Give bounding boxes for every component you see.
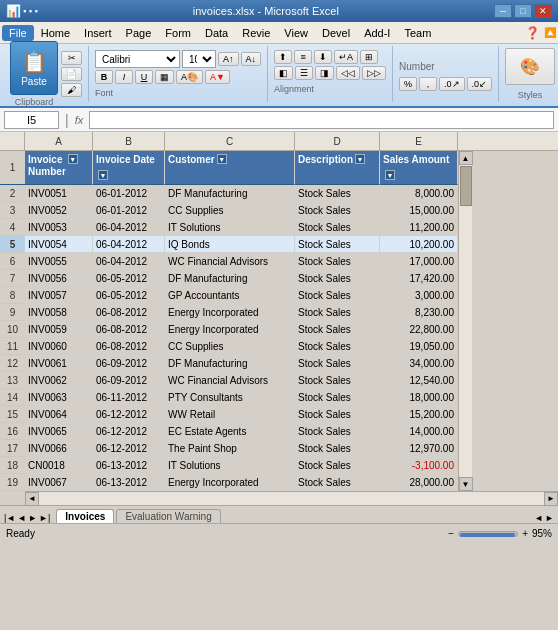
remove-decimal-button[interactable]: .0↙ [467,77,493,91]
cell[interactable]: IT Solutions [165,457,295,474]
cell[interactable]: WC Financial Advisors [165,253,295,270]
grid-row[interactable]: INV005606-05-2012DF ManufacturingStock S… [25,270,458,287]
tab-scroll-right[interactable]: ► [545,513,554,523]
grid-row[interactable]: INV005806-08-2012Energy IncorporatedStoc… [25,304,458,321]
cell[interactable]: Stock Sales [295,440,380,457]
cell[interactable]: INV0057 [25,287,93,304]
menu-view[interactable]: View [277,25,315,41]
grid-row[interactable]: INV005706-05-2012GP AccountantsStock Sal… [25,287,458,304]
menu-addins[interactable]: Add-I [357,25,397,41]
grid-row[interactable]: INV006606-12-2012The Paint ShopStock Sal… [25,440,458,457]
cell[interactable]: 06-12-2012 [93,406,165,423]
cell[interactable]: Stock Sales [295,304,380,321]
vertical-scrollbar[interactable]: ▲ ▼ [458,151,472,491]
cell[interactable]: INV0061 [25,355,93,372]
cell[interactable]: CC Supplies [165,202,295,219]
increase-indent-button[interactable]: ▷▷ [362,66,386,80]
increase-font-button[interactable]: A↑ [218,52,239,66]
cell[interactable]: 06-01-2012 [93,185,165,202]
menu-form[interactable]: Form [158,25,198,41]
cell[interactable]: WC Financial Advisors [165,372,295,389]
cell[interactable]: 19,050.00 [380,338,458,355]
cell[interactable]: 06-04-2012 [93,236,165,253]
merge-button[interactable]: ⊞ [360,50,378,64]
cell[interactable]: 10,200.00 [380,236,458,253]
tab-scroll-left[interactable]: ◄ [534,513,543,523]
cell[interactable]: CN0018 [25,457,93,474]
tab-evaluation-warning[interactable]: Evaluation Warning [116,509,220,523]
cell[interactable]: The Paint Shop [165,440,295,457]
filter-icon-d[interactable]: ▼ [355,154,365,164]
cell[interactable]: 06-05-2012 [93,270,165,287]
cell[interactable]: Stock Sales [295,338,380,355]
font-select[interactable]: Calibri [95,50,180,68]
cell[interactable]: INV0058 [25,304,93,321]
cell[interactable]: INV0064 [25,406,93,423]
cell[interactable]: 3,000.00 [380,287,458,304]
menu-insert[interactable]: Insert [77,25,119,41]
cell[interactable]: WW Retail [165,406,295,423]
bold-button[interactable]: B [95,70,113,84]
grid-row[interactable]: CN001806-13-2012IT SolutionsStock Sales-… [25,457,458,474]
cell[interactable]: 14,000.00 [380,423,458,440]
cell[interactable]: INV0059 [25,321,93,338]
cell[interactable]: 8,230.00 [380,304,458,321]
header-cell-b[interactable]: Invoice Date▼ [93,151,165,185]
grid-row[interactable]: INV006406-12-2012WW RetailStock Sales15,… [25,406,458,423]
styles-button[interactable]: 🎨 [505,48,555,85]
cell[interactable]: 28,000.00 [380,474,458,491]
grid-row[interactable]: INV006306-11-2012PTY ConsultantsStock Sa… [25,389,458,406]
col-header-a[interactable]: A [25,132,93,150]
align-center-button[interactable]: ☰ [295,66,313,80]
cell[interactable]: 17,000.00 [380,253,458,270]
cell[interactable]: Stock Sales [295,457,380,474]
cell[interactable]: INV0052 [25,202,93,219]
col-header-c[interactable]: C [165,132,295,150]
cell[interactable]: 15,000.00 [380,202,458,219]
align-middle-button[interactable]: ≡ [294,50,312,64]
tab-invoices[interactable]: Invoices [56,509,114,523]
cell[interactable]: INV0056 [25,270,93,287]
cell[interactable]: IQ Bonds [165,236,295,253]
cell[interactable]: 17,420.00 [380,270,458,287]
cell[interactable]: Stock Sales [295,474,380,491]
cell[interactable]: INV0065 [25,423,93,440]
cell[interactable]: 06-12-2012 [93,440,165,457]
header-cell-d[interactable]: Description▼ [295,151,380,185]
cell[interactable]: 34,000.00 [380,355,458,372]
menu-review[interactable]: Revie [235,25,277,41]
cell[interactable]: 22,800.00 [380,321,458,338]
minimize-button[interactable]: ─ [494,4,512,18]
cell[interactable]: DF Manufacturing [165,185,295,202]
cut-button[interactable]: ✂ [61,51,82,65]
grid-row[interactable]: INV005506-04-2012WC Financial AdvisorsSt… [25,253,458,270]
border-button[interactable]: ▦ [155,70,174,84]
cell[interactable]: Stock Sales [295,321,380,338]
cell[interactable]: 06-04-2012 [93,253,165,270]
add-decimal-button[interactable]: .0↗ [439,77,465,91]
decrease-indent-button[interactable]: ◁◁ [336,66,360,80]
cell[interactable]: PTY Consultants [165,389,295,406]
tab-nav-next[interactable]: ► [28,513,37,523]
cell[interactable]: INV0060 [25,338,93,355]
cell[interactable]: 12,540.00 [380,372,458,389]
zoom-in-icon[interactable]: + [522,528,528,539]
cell[interactable]: 06-13-2012 [93,474,165,491]
grid-row[interactable]: INV005306-04-2012IT SolutionsStock Sales… [25,219,458,236]
hscroll-right-arrow[interactable]: ► [544,492,558,506]
filter-icon-e[interactable]: ▼ [385,170,395,180]
menu-data[interactable]: Data [198,25,235,41]
menu-developer[interactable]: Devel [315,25,357,41]
help-icon[interactable]: ❓ [525,26,540,40]
cell[interactable]: 12,970.00 [380,440,458,457]
comma-button[interactable]: , [419,77,437,91]
cell[interactable]: 06-08-2012 [93,304,165,321]
cell[interactable]: Stock Sales [295,389,380,406]
cell[interactable]: Stock Sales [295,423,380,440]
align-right-button[interactable]: ◨ [315,66,334,80]
cell[interactable]: 06-05-2012 [93,287,165,304]
menu-home[interactable]: Home [34,25,77,41]
cell[interactable]: 06-13-2012 [93,457,165,474]
cell[interactable]: 18,000.00 [380,389,458,406]
scroll-up-arrow[interactable]: ▲ [459,151,473,165]
